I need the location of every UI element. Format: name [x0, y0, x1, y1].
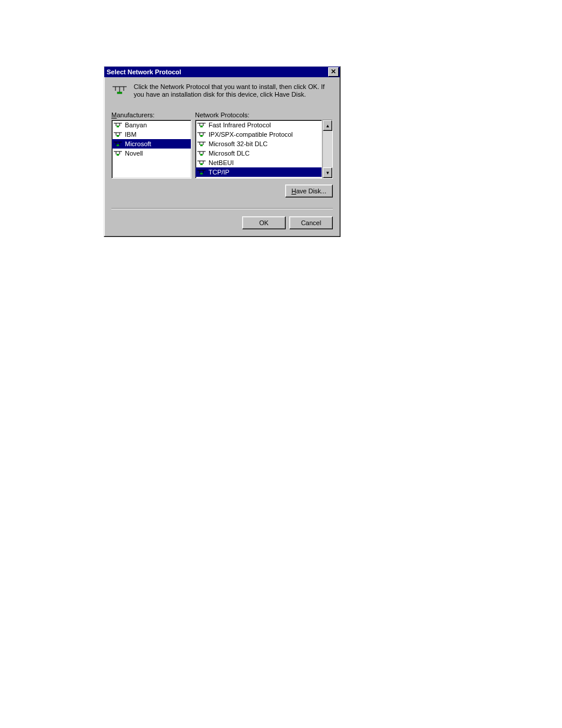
svg-rect-36 [200, 154, 203, 156]
network-protocol-item-icon [197, 168, 206, 176]
close-button[interactable] [328, 67, 339, 77]
chevron-down-icon: ▾ [326, 170, 329, 176]
network-protocol-item-icon [197, 121, 206, 129]
svg-rect-8 [117, 126, 119, 127]
svg-rect-4 [117, 92, 122, 94]
ok-button[interactable]: OK [242, 216, 286, 229]
svg-rect-24 [200, 126, 203, 127]
svg-rect-44 [200, 173, 203, 174]
scroll-down-button[interactable]: ▾ [323, 167, 332, 178]
svg-rect-12 [117, 135, 119, 137]
have-disk-button[interactable]: Have Disk... [285, 185, 333, 197]
chevron-up-icon: ▴ [326, 123, 329, 129]
network-protocol-item-icon [113, 140, 123, 148]
list-item[interactable]: IPX/SPX-compatible Protocol [196, 130, 322, 139]
list-item[interactable]: Novell [112, 149, 191, 158]
close-icon [331, 69, 336, 75]
scrollbar-track[interactable] [323, 131, 332, 167]
scroll-up-button[interactable]: ▴ [323, 120, 332, 131]
protocols-listbox[interactable]: Fast Infrared Protocol IPX/SPX-compatibl… [195, 120, 322, 179]
select-network-protocol-dialog: Select Network Protocol Click the Networ… [104, 66, 340, 237]
network-protocol-item-icon [113, 121, 123, 129]
list-item[interactable]: Fast Infrared Protocol [196, 120, 322, 130]
manufacturers-label: Manufacturers: [111, 111, 191, 118]
manufacturers-listbox[interactable]: Banyan IBM Microsoft Novell [111, 120, 191, 179]
svg-rect-16 [117, 144, 119, 146]
network-protocol-item-icon [197, 130, 206, 139]
list-item-label: Microsoft 32-bit DLC [209, 140, 267, 147]
list-item-label: Microsoft [125, 140, 151, 147]
list-item-label: Fast Infrared Protocol [209, 121, 271, 129]
list-item-label: TCP/IP [209, 169, 229, 176]
network-protocol-item-icon [197, 140, 206, 148]
svg-rect-32 [200, 144, 203, 146]
dialog-title: Select Network Protocol [105, 68, 328, 75]
svg-rect-28 [200, 135, 203, 137]
protocols-scrollbar[interactable]: ▴ ▾ [322, 120, 333, 179]
cancel-button[interactable]: Cancel [289, 216, 333, 229]
titlebar[interactable]: Select Network Protocol [104, 67, 340, 77]
list-item[interactable]: Banyan [112, 120, 191, 130]
protocols-label: Network Protocols: [195, 111, 333, 118]
network-protocol-item-icon [197, 149, 206, 157]
network-protocol-item-icon [113, 130, 123, 139]
dialog-instruction: Click the Network Protocol that you want… [134, 83, 333, 98]
list-item[interactable]: Microsoft 32-bit DLC [196, 139, 322, 149]
network-protocol-item-icon [197, 159, 206, 167]
list-item[interactable]: NetBEUI [196, 158, 322, 167]
list-item-label: IPX/SPX-compatible Protocol [209, 131, 293, 138]
list-item-label: IBM [125, 131, 137, 138]
list-item[interactable]: IBM [112, 130, 191, 139]
list-item-label: Novell [125, 150, 143, 157]
list-item[interactable]: Microsoft DLC [196, 149, 322, 158]
svg-rect-20 [117, 154, 119, 156]
network-protocol-item-icon [113, 149, 123, 157]
list-item[interactable]: TCP/IP [196, 167, 322, 177]
network-protocol-icon [111, 83, 128, 97]
separator [111, 208, 333, 209]
svg-rect-40 [200, 163, 203, 165]
list-item[interactable]: Microsoft [112, 139, 191, 149]
list-item-label: NetBEUI [209, 159, 234, 166]
list-item-label: Banyan [125, 121, 147, 129]
list-item-label: Microsoft DLC [209, 150, 250, 157]
